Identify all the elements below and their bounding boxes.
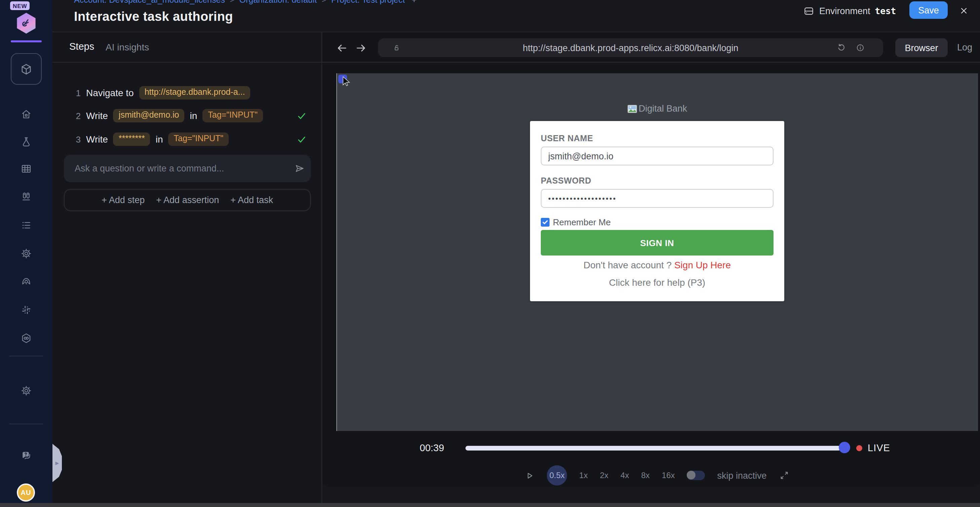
help-link[interactable]: Click here for help (P3)	[530, 277, 784, 288]
skip-inactive-label: skip inactive	[718, 470, 767, 480]
sidebar-item-suites[interactable]	[20, 163, 32, 175]
browser-panel: http://stage.dbank.prod-apps.relicx.ai:8…	[322, 32, 980, 487]
playback-controls: 0.5x 1x 2x 4x 8x 16x skip inactive	[336, 465, 978, 486]
sign-in-button[interactable]: SIGN IN	[541, 230, 773, 256]
home-icon	[20, 108, 32, 120]
box-icon	[19, 62, 33, 76]
skip-inactive-toggle[interactable]	[687, 471, 705, 480]
reload-icon[interactable]	[836, 42, 847, 53]
signup-link[interactable]: Sign Up Here	[674, 259, 731, 270]
add-task-button[interactable]: + Add task	[231, 195, 273, 205]
browser-nav-row: http://stage.dbank.prod-apps.relicx.ai:8…	[322, 32, 980, 62]
tab-browser[interactable]: Browser	[895, 38, 948, 57]
url-bar[interactable]: http://stage.dbank.prod-apps.relicx.ai:8…	[378, 38, 883, 57]
gear-icon	[20, 248, 32, 259]
save-button[interactable]: Save	[909, 2, 948, 19]
play-icon	[525, 470, 535, 480]
url-text[interactable]: http://stage.dbank.prod-apps.relicx.ai:8…	[378, 43, 883, 53]
back-button[interactable]	[335, 41, 348, 54]
login-card: USER NAME PASSWORD Remember Me SIGN IN D…	[530, 121, 784, 301]
tab-log[interactable]: Log	[957, 42, 972, 52]
command-input[interactable]	[64, 164, 288, 173]
forward-button[interactable]	[354, 41, 367, 54]
window-bottom-strip	[0, 503, 980, 507]
speed-1x-button[interactable]: 1x	[579, 471, 587, 480]
sidebar-item-home[interactable]	[20, 108, 32, 120]
step-value-pill[interactable]: http://stage.dbank.prod-a...	[139, 86, 251, 100]
sidebar-item-settings[interactable]	[20, 248, 32, 259]
user-avatar[interactable]: AU	[17, 483, 35, 502]
playback-time: 00:39	[420, 442, 444, 453]
info-icon[interactable]	[855, 42, 865, 53]
sidebar-item-slack[interactable]	[20, 304, 32, 316]
steps-tabs-row: Steps AI insights	[52, 32, 321, 62]
toggle-knob	[687, 471, 696, 480]
password-field[interactable]	[541, 189, 773, 208]
step-target-pill[interactable]: Tag="INPUT"	[202, 109, 263, 122]
sidebar-item-admin-settings[interactable]	[20, 385, 32, 397]
add-assertion-button[interactable]: + Add assertion	[156, 195, 219, 205]
speed-8x-button[interactable]: 8x	[641, 471, 649, 480]
sidebar-item-integrations[interactable]	[20, 332, 32, 344]
play-button[interactable]	[525, 470, 535, 480]
close-button[interactable]	[958, 5, 969, 16]
step-row-1[interactable]: 1 Navigate to http://stage.dbank.prod-a.…	[73, 86, 250, 100]
sidebar-item-inspect[interactable]	[20, 276, 32, 288]
step-number: 2	[73, 111, 81, 121]
step-row-3[interactable]: 3 Write ******** in Tag="INPUT"	[73, 132, 229, 146]
breadcrumb-organization[interactable]: Organization: default	[239, 0, 317, 5]
signup-row: Don't have account ? Sign Up Here	[530, 259, 784, 270]
site-brand-alt-text: Digital Bank	[639, 103, 687, 114]
breadcrumb-separator: >	[321, 0, 326, 5]
step-action: Navigate to	[86, 87, 134, 98]
close-icon	[959, 6, 968, 15]
username-field[interactable]	[541, 146, 773, 165]
step-row-2[interactable]: 2 Write jsmith@demo.io in Tag="INPUT"	[73, 108, 263, 123]
step-value-pill[interactable]: jsmith@demo.io	[113, 109, 185, 122]
seek-thumb[interactable]	[839, 442, 850, 453]
send-button[interactable]	[288, 155, 311, 182]
slack-icon	[20, 304, 32, 316]
add-actions-bar: + Add step + Add assertion + Add task	[64, 189, 311, 211]
broken-image-icon	[628, 105, 637, 113]
app-logo[interactable]	[16, 13, 36, 33]
signup-prefix: Don't have account ?	[584, 259, 671, 270]
sidebar-item-help[interactable]	[20, 449, 32, 461]
help-chat-icon	[20, 449, 32, 462]
logo-glyph-icon	[20, 17, 32, 29]
page-title: Interactive task authoring	[74, 10, 233, 24]
live-indicator-dot	[856, 445, 862, 451]
breadcrumb-project[interactable]: Project: Test project	[331, 0, 405, 5]
tab-steps[interactable]: Steps	[69, 41, 94, 52]
sidebar-item-tests[interactable]	[20, 136, 32, 148]
step-passed-check-icon	[296, 110, 307, 122]
sidebar-item-test-runs[interactable]	[20, 191, 32, 203]
breadcrumb-account[interactable]: Account: Devspace_ai_module_licenses	[74, 0, 225, 5]
speed-2x-button[interactable]: 2x	[600, 471, 608, 480]
remember-me-checkbox[interactable]	[541, 218, 549, 227]
speed-0.5x-button[interactable]: 0.5x	[547, 465, 567, 485]
logo-underline	[11, 40, 42, 42]
step-value-pill[interactable]: ********	[113, 132, 150, 146]
fullscreen-button[interactable]	[779, 470, 790, 481]
environment-selector[interactable]: Environment test	[803, 5, 896, 17]
breadcrumb-add[interactable]: +	[412, 0, 417, 5]
username-label: USER NAME	[541, 134, 593, 143]
tab-ai-insights[interactable]: AI insights	[106, 41, 149, 52]
add-step-button[interactable]: + Add step	[102, 195, 145, 205]
step-target-pill[interactable]: Tag="INPUT"	[169, 132, 229, 146]
command-input-box	[64, 155, 311, 182]
sidebar-item-environments[interactable]	[11, 53, 42, 85]
speed-4x-button[interactable]: 4x	[620, 471, 629, 480]
step-passed-check-icon	[296, 134, 307, 145]
sidebar-divider	[10, 356, 43, 356]
arrow-right-icon	[354, 41, 367, 54]
sidebar-item-sessions[interactable]	[20, 219, 32, 231]
environment-value: test	[875, 6, 896, 16]
seek-bar[interactable]	[465, 445, 841, 450]
inspect-icon	[20, 276, 32, 288]
speed-16x-button[interactable]: 16x	[662, 471, 675, 480]
new-badge: NEW	[10, 2, 30, 10]
step-connector: in	[156, 134, 163, 145]
browser-viewport[interactable]: Digital Bank USER NAME PASSWORD Remember…	[336, 73, 978, 431]
